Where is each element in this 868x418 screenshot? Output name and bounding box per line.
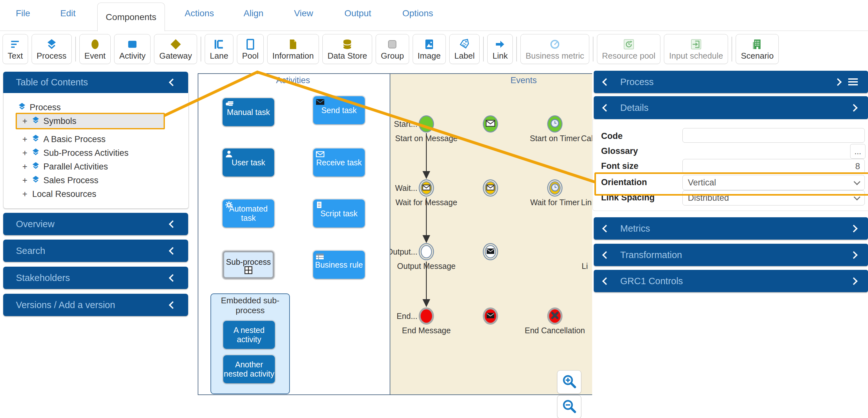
section-header-transformation[interactable]: Transformation — [594, 244, 868, 266]
clock-icon — [551, 183, 559, 193]
section-header-details[interactable]: Details — [594, 96, 868, 119]
event-wait-for-timer[interactable] — [547, 179, 562, 197]
inspector-header-process[interactable]: Process — [594, 71, 868, 93]
expand-plus-icon[interactable]: + — [22, 162, 28, 172]
menu-hamburger-icon[interactable] — [848, 81, 858, 82]
expand-plus-icon[interactable]: + — [22, 176, 28, 185]
shape-nested-activity[interactable]: A nested activity — [223, 321, 275, 349]
event-end-message[interactable] — [483, 308, 498, 325]
event-start[interactable] — [419, 115, 434, 133]
expand-chevron-icon[interactable] — [850, 224, 858, 232]
orientation-select[interactable]: Vertical — [682, 175, 865, 190]
component-toolbar: Text Process Event Activity Gateway — [3, 33, 868, 65]
toolbar-button-event[interactable]: Event — [80, 34, 111, 64]
panel-search[interactable]: Search — [3, 240, 188, 262]
toolbar-button-process[interactable]: Process — [32, 34, 72, 64]
expand-plus-icon[interactable]: + — [22, 189, 28, 199]
expand-chevron-icon[interactable] — [850, 251, 858, 259]
back-chevron-icon[interactable] — [602, 78, 610, 86]
event-start-on-message[interactable] — [483, 115, 498, 133]
toolbar-button-pool[interactable]: Pool — [237, 34, 264, 64]
collapse-chevron-icon[interactable] — [602, 277, 610, 285]
toolbar-button-lane[interactable]: Lane — [205, 34, 234, 64]
section-header-metrics[interactable]: Metrics — [594, 217, 868, 240]
collapse-chevron-icon[interactable] — [602, 224, 610, 232]
expand-plus-icon[interactable]: + — [22, 116, 28, 126]
event-output-message[interactable] — [483, 243, 498, 260]
tree-item-local-resources[interactable]: + Local Resources — [22, 188, 96, 200]
panel-versions[interactable]: Versions / Add a version — [3, 294, 188, 316]
menu-tab-actions[interactable]: Actions — [185, 8, 214, 19]
collapse-chevron-icon[interactable] — [602, 251, 610, 259]
envelope-icon — [422, 184, 431, 192]
shape-script-task[interactable]: Script task — [313, 200, 365, 228]
menu-tab-align[interactable]: Align — [244, 8, 264, 19]
toolbar-button-resource-pool[interactable]: Resource pool — [597, 34, 661, 64]
toolbar-button-gateway[interactable]: Gateway — [154, 34, 197, 64]
event-start-on-timer[interactable] — [547, 115, 562, 133]
collapse-chevron-icon[interactable] — [169, 301, 176, 309]
toc-header[interactable]: Table of Contents — [3, 72, 188, 93]
expand-chevron-icon[interactable] — [850, 277, 858, 285]
zoom-in-button[interactable] — [557, 370, 581, 394]
collapse-chevron-icon[interactable] — [169, 78, 176, 86]
shape-user-task[interactable]: User task — [223, 148, 274, 176]
shape-sub-process[interactable]: Sub-process — [223, 251, 274, 279]
event-wait[interactable] — [419, 179, 434, 197]
collapse-chevron-icon[interactable] — [169, 220, 176, 228]
toolbar-button-business-metric[interactable]: Business metric — [520, 34, 589, 64]
shape-automated-task[interactable]: Automated task — [223, 200, 274, 228]
toolbar-button-group[interactable]: Group — [376, 34, 409, 64]
toolbar-button-scenario[interactable]: Scenario — [736, 34, 779, 64]
event-end-cancellation[interactable] — [547, 308, 562, 325]
glossary-ellipsis-button[interactable]: ... — [850, 144, 865, 159]
code-label: Code — [601, 131, 623, 141]
event-end[interactable] — [419, 308, 434, 325]
toolbar-button-activity[interactable]: Activity — [114, 34, 151, 64]
panel-stakeholders[interactable]: Stakeholders — [3, 267, 188, 289]
shape-send-task[interactable]: Send task — [313, 96, 365, 124]
shape-embedded-sub-process[interactable]: Embedded sub-process A nested activity A… — [211, 293, 290, 394]
shape-manual-task[interactable]: Manual task — [223, 98, 274, 126]
tree-item-parallel-activities[interactable]: + Parallel Activities — [22, 161, 108, 172]
expand-chevron-icon[interactable] — [850, 104, 858, 111]
toolbar-button-information[interactable]: Information — [267, 34, 319, 64]
menu-tab-edit[interactable]: Edit — [60, 8, 75, 19]
zoom-out-button[interactable] — [557, 395, 581, 418]
toolbar-button-input-schedule[interactable]: Input schedule — [664, 34, 728, 64]
tree-item-sub-process-activities[interactable]: + Sub-Process Activities — [22, 147, 128, 158]
forward-chevron-icon[interactable] — [834, 78, 841, 86]
section-header-grc1-controls[interactable]: GRC1 Controls — [594, 270, 868, 292]
toolbar-button-data-store[interactable]: Data Store — [322, 34, 372, 64]
tree-item-a-basic-process[interactable]: + A Basic Process — [22, 134, 105, 145]
event-output[interactable] — [419, 243, 434, 260]
toolbar-button-label[interactable]: Label — [449, 34, 480, 64]
expand-plus-icon[interactable]: + — [22, 134, 28, 144]
pool-icon — [246, 39, 254, 50]
tree-item-process[interactable]: Process — [19, 102, 61, 113]
font-size-input[interactable] — [682, 159, 865, 174]
collapse-chevron-icon[interactable] — [169, 247, 176, 254]
menu-tab-file[interactable]: File — [16, 8, 30, 19]
event-wait-for-message[interactable] — [483, 179, 498, 197]
collapse-chevron-icon[interactable] — [602, 104, 610, 111]
menu-tab-view[interactable]: View — [294, 8, 313, 19]
menu-tab-options[interactable]: Options — [402, 8, 433, 19]
panel-overview[interactable]: Overview — [3, 213, 188, 235]
tree-item-symbols-selected[interactable]: + Symbols — [16, 113, 165, 129]
menu-tab-components[interactable]: Components — [97, 3, 165, 31]
link-spacing-select[interactable]: Distributed — [682, 190, 865, 206]
collapse-chevron-icon[interactable] — [169, 274, 176, 282]
menu-tab-output[interactable]: Output — [344, 8, 371, 19]
toolbar-button-image[interactable]: Image — [413, 34, 446, 64]
diagram-canvas[interactable]: Activities Manual task Send task User ta… — [198, 73, 592, 395]
shape-another-nested-activity[interactable]: Another nested activity — [223, 355, 275, 383]
toolbar-button-link[interactable]: Link — [487, 34, 513, 64]
expand-plus-icon[interactable]: + — [22, 148, 28, 158]
shape-business-rule[interactable]: Business rule — [313, 251, 365, 279]
expand-box-icon[interactable] — [244, 266, 253, 276]
tree-item-sales-process[interactable]: + Sales Process — [22, 175, 98, 186]
code-input[interactable] — [682, 128, 865, 143]
shape-receive-task[interactable]: Receive task — [313, 148, 365, 176]
toolbar-button-text[interactable]: Text — [3, 34, 28, 64]
